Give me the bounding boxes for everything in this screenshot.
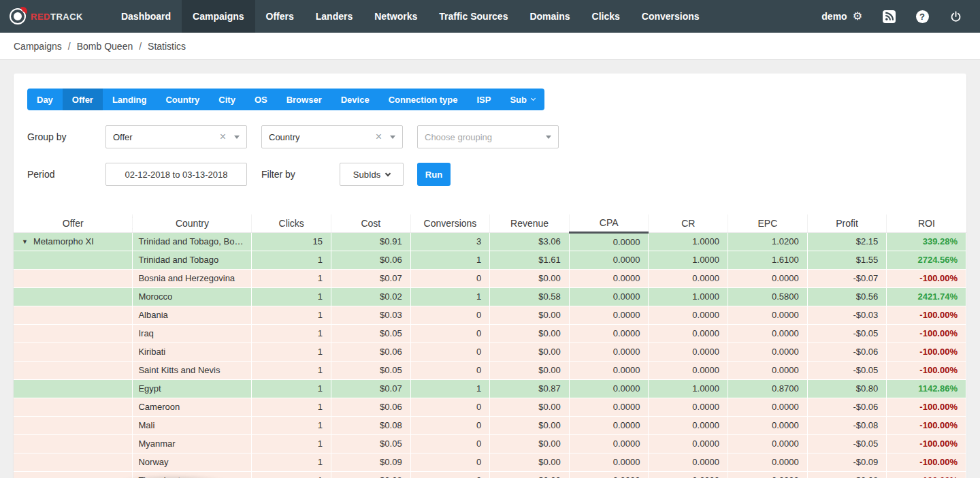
column-header-revenue[interactable]: Revenue xyxy=(490,214,570,232)
cell-epc: 0.0000 xyxy=(728,324,808,342)
cell-cpa: 0.0000 xyxy=(569,434,649,453)
cell-epc: 0.0000 xyxy=(728,471,808,478)
cell-roi: -100.00% xyxy=(887,269,966,287)
select-value: Country xyxy=(269,132,376,142)
period-row: Period Filter by SubIds Run xyxy=(27,163,953,186)
user-menu[interactable]: demo ⚙ xyxy=(821,11,862,22)
column-header-conversions[interactable]: Conversions xyxy=(410,214,490,232)
feed-icon[interactable] xyxy=(882,10,896,23)
group-by-select-3[interactable]: Choose grouping xyxy=(417,125,559,148)
table-row[interactable]: Bosnia and Herzegovina1$0.070$0.000.0000… xyxy=(14,269,966,287)
cell-cost: $0.05 xyxy=(331,324,411,342)
cell-cost: $0.06 xyxy=(331,342,411,361)
group-by-select-2[interactable]: Country × xyxy=(261,125,403,148)
column-header-profit[interactable]: Profit xyxy=(807,214,887,232)
country-cell: Saint Kitts and Nevis xyxy=(133,361,252,379)
top-navbar: REDTRACK DashboardCampaignsOffersLanders… xyxy=(0,0,980,33)
cell-conversions: 0 xyxy=(410,434,490,453)
group-by-select-1[interactable]: Offer × xyxy=(105,125,247,148)
table-row[interactable]: Egypt1$0.071$0.870.00001.00000.8700$0.80… xyxy=(14,379,966,398)
cell-cr: 0.0000 xyxy=(649,361,728,379)
table-row[interactable]: Trinidad and Tobago1$0.061$1.610.00001.0… xyxy=(14,251,966,269)
nav-item-domains[interactable]: Domains xyxy=(519,0,581,33)
breadcrumb-statistics[interactable]: Statistics xyxy=(148,41,186,52)
help-icon[interactable]: ? xyxy=(915,10,929,23)
tab-browser[interactable]: Browser xyxy=(277,89,331,110)
tab-city[interactable]: City xyxy=(209,89,245,110)
run-button[interactable]: Run xyxy=(417,163,451,186)
cell-cpa: 0.0000 xyxy=(569,251,649,269)
cell-profit: -$0.03 xyxy=(807,306,887,324)
table-row[interactable]: ▼Metamorpho XITrinidad and Tobago, Bosni… xyxy=(14,232,966,251)
cell-clicks: 1 xyxy=(252,416,331,434)
table-row[interactable]: Iraq1$0.050$0.000.00000.00000.0000-$0.05… xyxy=(14,324,966,342)
nav-item-dashboard[interactable]: Dashboard xyxy=(110,0,182,33)
cell-cost: $0.07 xyxy=(331,379,411,398)
tab-connection-type[interactable]: Connection type xyxy=(379,89,468,110)
tab-country[interactable]: Country xyxy=(156,89,209,110)
cell-revenue: $0.00 xyxy=(490,398,570,416)
cell-cpa: 0.0000 xyxy=(569,398,649,416)
question-mark: ? xyxy=(916,10,929,23)
cell-roi: -100.00% xyxy=(887,361,966,379)
cell-roi: -100.00% xyxy=(887,342,966,361)
redtrack-logo[interactable]: REDTRACK xyxy=(11,10,83,23)
subids-label: SubIds xyxy=(353,170,380,180)
column-header-cpa[interactable]: CPA xyxy=(569,214,649,232)
offer-cell: ▼Metamorpho XI xyxy=(14,232,133,251)
tab-offer[interactable]: Offer xyxy=(63,89,103,110)
user-name: demo xyxy=(821,11,847,22)
nav-item-conversions[interactable]: Conversions xyxy=(631,0,710,33)
nav-item-campaigns[interactable]: Campaigns xyxy=(182,0,255,33)
nav-item-clicks[interactable]: Clicks xyxy=(581,0,631,33)
offer-cell xyxy=(14,434,133,453)
column-header-roi[interactable]: ROI xyxy=(887,214,966,232)
cell-cost: $0.06 xyxy=(331,251,411,269)
tab-os[interactable]: OS xyxy=(245,89,277,110)
power-icon[interactable] xyxy=(949,10,962,23)
table-row[interactable]: Saint Kitts and Nevis1$0.050$0.000.00000… xyxy=(14,361,966,379)
breadcrumb-campaign-name[interactable]: Bomb Queen xyxy=(77,41,133,52)
table-row[interactable]: Norway1$0.090$0.000.00000.00000.0000-$0.… xyxy=(14,453,966,471)
column-header-cost[interactable]: Cost xyxy=(331,214,411,232)
cell-cr: 0.0000 xyxy=(649,269,728,287)
tab-sub[interactable]: Sub xyxy=(500,89,544,110)
nav-item-landers[interactable]: Landers xyxy=(305,0,363,33)
country-cell: Mali xyxy=(133,416,252,434)
offer-cell xyxy=(14,306,133,324)
tab-landing[interactable]: Landing xyxy=(103,89,157,110)
period-input[interactable] xyxy=(105,163,247,186)
offer-cell xyxy=(14,379,133,398)
table-row[interactable]: Myanmar1$0.050$0.000.00000.00000.0000-$0… xyxy=(14,434,966,453)
cell-epc: 1.6100 xyxy=(728,251,808,269)
tab-day[interactable]: Day xyxy=(27,89,63,110)
caret-down-icon xyxy=(234,136,240,139)
column-header-offer[interactable]: Offer xyxy=(14,214,133,232)
country-cell: Cameroon xyxy=(133,398,252,416)
cell-profit: $0.80 xyxy=(807,379,887,398)
cell-clicks: 1 xyxy=(252,324,331,342)
table-row[interactable]: Morocco1$0.021$0.580.00001.00000.5800$0.… xyxy=(14,287,966,306)
tab-device[interactable]: Device xyxy=(331,89,379,110)
column-header-clicks[interactable]: Clicks xyxy=(252,214,331,232)
table-row[interactable]: Mali1$0.080$0.000.00000.00000.0000-$0.08… xyxy=(14,416,966,434)
clear-icon[interactable]: × xyxy=(376,131,382,142)
cell-revenue: $0.00 xyxy=(490,342,570,361)
clear-icon[interactable]: × xyxy=(220,131,226,142)
country-cell: Timor-Leste xyxy=(133,471,252,478)
table-row[interactable]: Cameroon1$0.060$0.000.00000.00000.0000-$… xyxy=(14,398,966,416)
tab-isp[interactable]: ISP xyxy=(467,89,500,110)
table-row[interactable]: Kiribati1$0.060$0.000.00000.00000.0000-$… xyxy=(14,342,966,361)
country-cell: Trinidad and Tobago, Bosnia... xyxy=(133,232,252,251)
nav-item-offers[interactable]: Offers xyxy=(255,0,305,33)
column-header-country[interactable]: Country xyxy=(133,214,252,232)
column-header-epc[interactable]: EPC xyxy=(728,214,808,232)
subids-button[interactable]: SubIds xyxy=(340,163,404,186)
nav-item-networks[interactable]: Networks xyxy=(363,0,428,33)
nav-item-traffic-sources[interactable]: Traffic Sources xyxy=(428,0,519,33)
table-row[interactable]: Albania1$0.030$0.000.00000.00000.0000-$0… xyxy=(14,306,966,324)
collapse-arrow-icon[interactable]: ▼ xyxy=(22,238,28,245)
column-header-cr[interactable]: CR xyxy=(649,214,728,232)
breadcrumb-campaigns[interactable]: Campaigns xyxy=(14,41,62,52)
table-row[interactable]: Timor-Leste1$0.080$0.000.00000.00000.000… xyxy=(14,471,966,478)
